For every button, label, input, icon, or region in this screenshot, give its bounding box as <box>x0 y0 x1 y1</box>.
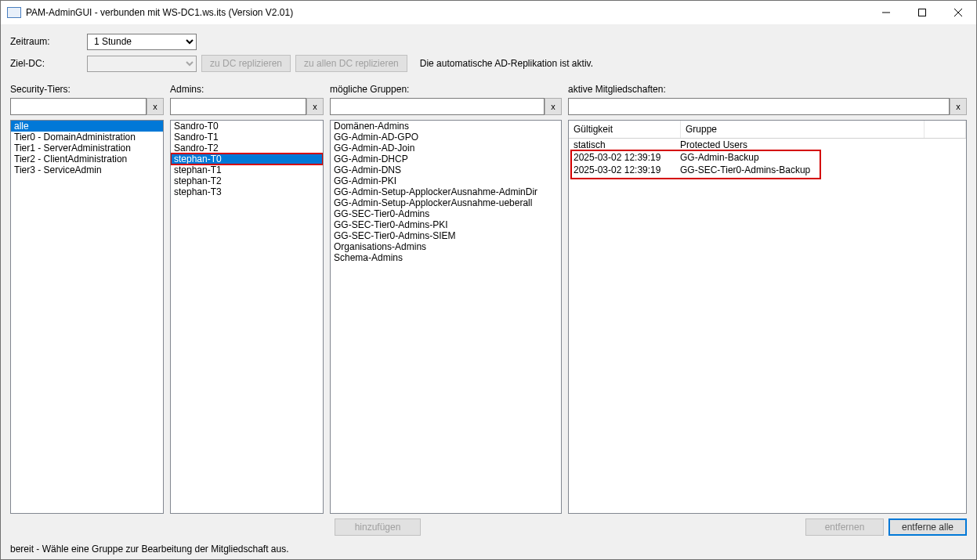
app-icon <box>7 7 21 18</box>
maximize-icon <box>918 9 926 16</box>
group-item[interactable]: Domänen-Admins <box>331 121 561 132</box>
membership-row[interactable]: 2025-03-02 12:39:19GG-SEC-Tier0-Admins-B… <box>569 164 966 176</box>
filter-groups-input[interactable] <box>330 98 545 115</box>
cell-validity: 2025-03-02 12:39:19 <box>569 151 675 164</box>
tier-item[interactable]: Tier2 - ClientAdministration <box>11 154 163 164</box>
admin-item[interactable]: Sandro-T2 <box>171 143 323 154</box>
client-area: Zeitraum: 1 Stunde Ziel-DC: zu DC repliz… <box>1 24 976 559</box>
group-item[interactable]: GG-SEC-Tier0-Admins-SIEM <box>331 230 561 241</box>
cell-group: GG-Admin-Backup <box>675 151 966 164</box>
admin-item[interactable]: Sandro-T1 <box>171 132 323 143</box>
filter-memberships-input[interactable] <box>568 98 950 115</box>
replicate-all-button: zu allen DC replizieren <box>295 55 407 72</box>
admin-item[interactable]: Sandro-T0 <box>171 121 323 132</box>
filter-admins-clear[interactable]: x <box>306 98 324 115</box>
maximize-button[interactable] <box>904 1 940 24</box>
group-item[interactable]: GG-Admin-Setup-ApplockerAusnahme-ueberal… <box>331 197 561 208</box>
admin-item[interactable]: stephan-T2 <box>171 175 323 186</box>
group-item[interactable]: GG-SEC-Tier0-Admins-PKI <box>331 219 561 230</box>
cell-validity: statisch <box>569 139 675 151</box>
row-zeitraum: Zeitraum: 1 Stunde <box>10 32 967 51</box>
membership-row[interactable]: statischProtected Users <box>569 139 966 151</box>
minimize-button[interactable] <box>868 1 904 24</box>
cell-group: GG-SEC-Tier0-Admins-Backup <box>675 164 966 176</box>
column-headers: Security-Tiers: Admins: mögliche Gruppen… <box>10 84 967 95</box>
admin-item[interactable]: stephan-T3 <box>171 186 323 197</box>
tier-item[interactable]: Tier0 - DomainAdministration <box>11 132 163 143</box>
filter-admins-input[interactable] <box>170 98 306 115</box>
filter-memberships-clear[interactable]: x <box>950 98 967 115</box>
header-admins: Admins: <box>170 84 330 95</box>
remove-button: entfernen <box>805 518 884 536</box>
group-item[interactable]: Schema-Admins <box>331 252 561 263</box>
group-item[interactable]: GG-Admin-AD-Join <box>331 143 561 154</box>
zieldc-select <box>87 56 197 72</box>
filter-row: x x x x <box>10 98 967 115</box>
filter-admins: x <box>170 98 324 115</box>
filter-memberships: x <box>568 98 967 115</box>
memberships-body[interactable]: statischProtected Users2025-03-02 12:39:… <box>569 139 966 513</box>
memberships-grid[interactable]: Gültigkeit Gruppe statischProtected User… <box>568 120 967 514</box>
admins-list[interactable]: Sandro-T0Sandro-T1Sandro-T2stephan-T0ste… <box>170 120 324 514</box>
membership-row[interactable]: 2025-03-02 12:39:19GG-Admin-Backup <box>569 151 966 164</box>
header-groups: mögliche Gruppen: <box>330 84 568 95</box>
app-window: PAM-AdminGUI - verbunden mit WS-DC1.ws.i… <box>0 0 977 560</box>
filter-tiers-input[interactable] <box>10 98 147 115</box>
zeitraum-select[interactable]: 1 Stunde <box>87 34 197 50</box>
group-item[interactable]: GG-Admin-DHCP <box>331 154 561 164</box>
row-zieldc: Ziel-DC: zu DC replizieren zu allen DC r… <box>10 54 967 73</box>
cell-validity: 2025-03-02 12:39:19 <box>569 164 675 176</box>
replication-info: Die automatische AD-Replikation ist akti… <box>420 58 593 69</box>
remove-all-button[interactable]: entferne alle <box>888 518 967 536</box>
group-item[interactable]: Organisations-Admins <box>331 241 561 252</box>
header-memberships: aktive Mitgliedschaften: <box>568 84 967 95</box>
minimize-icon <box>882 9 890 16</box>
col-header-validity[interactable]: Gültigkeit <box>569 121 681 138</box>
bottom-buttons: hinzufügen entfernen entferne alle <box>10 518 967 536</box>
window-title: PAM-AdminGUI - verbunden mit WS-DC1.ws.i… <box>26 7 868 18</box>
memberships-header: Gültigkeit Gruppe <box>569 121 966 139</box>
group-item[interactable]: GG-Admin-DNS <box>331 164 561 175</box>
close-button[interactable] <box>940 1 976 24</box>
header-tiers: Security-Tiers: <box>10 84 170 95</box>
filter-groups-clear[interactable]: x <box>545 98 562 115</box>
col-header-spacer <box>925 121 966 138</box>
replicate-dc-button: zu DC replizieren <box>201 55 291 72</box>
close-icon <box>954 9 962 16</box>
group-item[interactable]: GG-Admin-PKI <box>331 175 561 186</box>
group-item[interactable]: GG-Admin-Setup-ApplockerAusnahme-AdminDi… <box>331 186 561 197</box>
group-item[interactable]: GG-Admin-AD-GPO <box>331 132 561 143</box>
svg-rect-1 <box>919 9 926 16</box>
status-text: bereit - Wähle eine Gruppe zur Bearbeitu… <box>10 544 967 555</box>
lists-row: alleTier0 - DomainAdministrationTier1 - … <box>10 120 967 514</box>
col-header-group[interactable]: Gruppe <box>681 121 925 138</box>
titlebar: PAM-AdminGUI - verbunden mit WS-DC1.ws.i… <box>1 1 976 24</box>
filter-tiers-clear[interactable]: x <box>147 98 164 115</box>
filter-groups: x <box>330 98 562 115</box>
tier-item[interactable]: alle <box>11 121 163 132</box>
label-zeitraum: Zeitraum: <box>10 36 87 47</box>
tiers-list[interactable]: alleTier0 - DomainAdministrationTier1 - … <box>10 120 164 514</box>
filter-tiers: x <box>10 98 164 115</box>
label-zieldc: Ziel-DC: <box>10 58 87 69</box>
tier-item[interactable]: Tier1 - ServerAdministration <box>11 143 163 154</box>
groups-list[interactable]: Domänen-AdminsGG-Admin-AD-GPOGG-Admin-AD… <box>330 120 562 514</box>
group-item[interactable]: GG-SEC-Tier0-Admins <box>331 208 561 219</box>
cell-group: Protected Users <box>675 139 966 151</box>
tier-item[interactable]: Tier3 - ServiceAdmin <box>11 164 163 175</box>
admin-item[interactable]: stephan-T0 <box>171 154 323 164</box>
window-controls <box>868 1 976 24</box>
add-button: hinzufügen <box>335 518 421 536</box>
admin-item[interactable]: stephan-T1 <box>171 164 323 175</box>
